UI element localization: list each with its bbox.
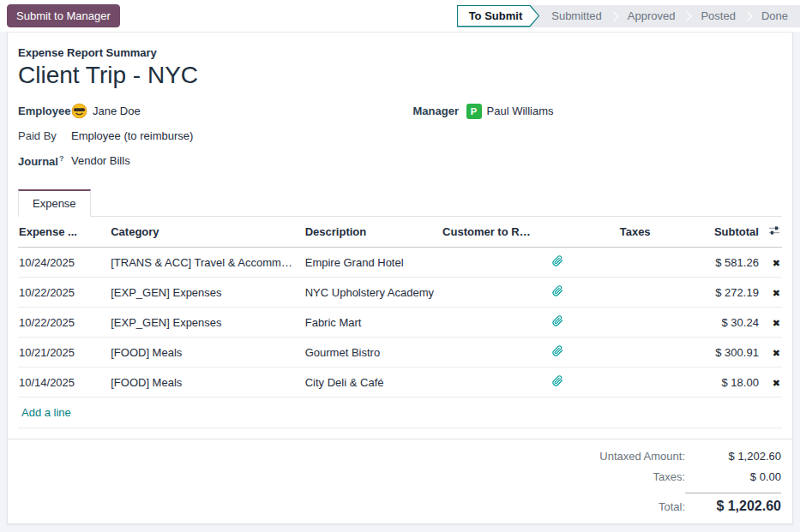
header-subtotal[interactable]: Subtotal (654, 217, 762, 248)
journal-value[interactable]: Vendor Bills (71, 154, 130, 167)
cell-subtotal: $ 18.00 (654, 368, 762, 398)
status-step-label: Posted (701, 9, 735, 22)
header-options (762, 217, 782, 248)
employee-value[interactable]: Jane Doe (71, 103, 141, 119)
cell-taxes[interactable] (578, 248, 653, 278)
untaxed-amount-label: Untaxed Amount: (599, 450, 685, 463)
paid-by-field: Paid By Employee (to reimburse) (18, 128, 388, 144)
expense-row[interactable]: 10/22/2025 [EXP_GEN] Expenses NYC Uphols… (18, 278, 782, 308)
report-summary-label: Expense Report Summary (18, 46, 782, 59)
expense-row[interactable]: 10/21/2025 [FOOD] Meals Gourmet Bistro $… (18, 338, 782, 368)
field-column-right: Manager P Paul Williams (413, 103, 783, 177)
status-bar: To Submit Submitted Approved Posted Done (457, 5, 800, 27)
add-line-row: Add a line (18, 398, 782, 428)
cell-category[interactable]: [TRANS & ACC] Travel & Accommodation (107, 248, 302, 278)
action-bar: Submit to Manager To Submit Submitted Ap… (0, 0, 800, 32)
cell-date[interactable]: 10/22/2025 (18, 308, 107, 338)
cell-description[interactable]: Empire Grand Hotel (302, 248, 439, 278)
cell-date[interactable]: 10/14/2025 (18, 368, 107, 398)
field-group: Employee Jane Doe Paid By Employee (to r… (18, 103, 782, 177)
status-step-label: To Submit (469, 9, 523, 22)
page-title[interactable]: Client Trip - NYC (18, 62, 782, 89)
help-question-icon[interactable]: ? (59, 154, 64, 163)
status-step-label: Approved (628, 9, 676, 22)
cell-subtotal: $ 581.26 (654, 248, 762, 278)
header-expense-date[interactable]: Expense ... (18, 217, 107, 248)
manager-value[interactable]: P Paul Williams (466, 104, 554, 119)
manager-label: Manager (413, 105, 466, 117)
taxes-row: Taxes: $ 0.00 (653, 470, 781, 483)
cell-date[interactable]: 10/21/2025 (18, 338, 107, 368)
delete-row-icon[interactable]: ✖ (773, 258, 780, 268)
status-step-done[interactable]: Done (749, 5, 800, 27)
expense-row[interactable]: 10/22/2025 [EXP_GEN] Expenses Fabric Mar… (18, 308, 782, 338)
cell-date[interactable]: 10/24/2025 (18, 248, 107, 278)
header-taxes[interactable]: Taxes (578, 217, 653, 248)
cell-description[interactable]: City Deli & Café (302, 368, 439, 398)
form-sheet: Expense Report Summary Client Trip - NYC… (7, 32, 793, 524)
cell-date[interactable]: 10/22/2025 (18, 278, 107, 308)
paperclip-icon[interactable] (552, 285, 563, 296)
employee-name: Jane Doe (93, 105, 141, 117)
cell-customer[interactable] (439, 278, 537, 308)
optional-columns-icon[interactable] (768, 224, 780, 236)
cell-customer[interactable] (439, 308, 537, 338)
cell-taxes[interactable] (578, 278, 653, 308)
cell-customer[interactable] (439, 368, 537, 398)
expense-lines-table: Expense ... Category Description Custome… (18, 217, 782, 428)
header-attachment (537, 217, 578, 248)
cell-subtotal: $ 30.24 (654, 308, 762, 338)
status-step-approved[interactable]: Approved (616, 5, 688, 27)
paperclip-icon[interactable] (552, 375, 563, 386)
add-a-line-link[interactable]: Add a line (21, 406, 71, 419)
header-description[interactable]: Description (302, 217, 439, 248)
table-header-row: Expense ... Category Description Custome… (18, 217, 782, 248)
status-step-submitted[interactable]: Submitted (539, 5, 614, 27)
cell-category[interactable]: [FOOD] Meals (107, 368, 302, 398)
status-step-to-submit[interactable]: To Submit (457, 5, 540, 27)
total-label: Total: (659, 500, 685, 513)
delete-row-icon[interactable]: ✖ (773, 378, 780, 388)
cell-description[interactable]: NYC Upholstery Academy (302, 278, 439, 308)
cell-category[interactable]: [FOOD] Meals (107, 338, 302, 368)
delete-row-icon[interactable]: ✖ (773, 288, 780, 298)
status-step-posted[interactable]: Posted (689, 5, 747, 27)
cell-category[interactable]: [EXP_GEN] Expenses (107, 308, 302, 338)
cell-customer[interactable] (439, 338, 537, 368)
cell-taxes[interactable] (578, 308, 653, 338)
cell-description[interactable]: Fabric Mart (302, 308, 439, 338)
cell-taxes[interactable] (578, 338, 653, 368)
header-customer-to-reinvoice[interactable]: Customer to Reinvoice (439, 217, 537, 248)
paperclip-icon[interactable] (552, 345, 563, 356)
paid-by-value[interactable]: Employee (to reimburse) (71, 129, 193, 142)
journal-label-text: Journal (18, 155, 58, 168)
delete-row-icon[interactable]: ✖ (773, 318, 780, 328)
field-column-left: Employee Jane Doe Paid By Employee (to r… (18, 103, 388, 177)
cell-subtotal: $ 300.91 (654, 338, 762, 368)
manager-avatar: P (466, 104, 482, 119)
cell-taxes[interactable] (578, 368, 653, 398)
expense-row[interactable]: 10/24/2025 [TRANS & ACC] Travel & Accomm… (18, 248, 782, 278)
total-row: Total: $ 1,202.60 (659, 493, 781, 514)
delete-row-icon[interactable]: ✖ (773, 348, 780, 358)
cell-description[interactable]: Gourmet Bistro (302, 338, 439, 368)
totals-block: Untaxed Amount: $ 1,202.60 Taxes: $ 0.00… (18, 439, 782, 522)
paid-by-label: Paid By (18, 129, 71, 142)
journal-field: Journal? Vendor Bills (18, 152, 388, 169)
journal-label: Journal? (18, 154, 71, 168)
taxes-label: Taxes: (653, 470, 685, 483)
submit-to-manager-button[interactable]: Submit to Manager (7, 4, 120, 27)
employee-label: Employee (18, 105, 71, 117)
header-category[interactable]: Category (107, 217, 302, 248)
cell-customer[interactable] (439, 248, 537, 278)
expense-row[interactable]: 10/14/2025 [FOOD] Meals City Deli & Café… (18, 368, 782, 398)
sunglasses-face-emoji-icon (71, 103, 87, 119)
untaxed-amount-row: Untaxed Amount: $ 1,202.60 (599, 450, 781, 463)
cell-category[interactable]: [EXP_GEN] Expenses (107, 278, 302, 308)
paperclip-icon[interactable] (552, 315, 563, 326)
notebook-tabs: Expense (18, 189, 782, 217)
paperclip-icon[interactable] (552, 255, 563, 266)
status-step-label: Submitted (551, 9, 602, 22)
tab-expense[interactable]: Expense (18, 189, 91, 217)
manager-name: Paul Williams (487, 105, 554, 117)
